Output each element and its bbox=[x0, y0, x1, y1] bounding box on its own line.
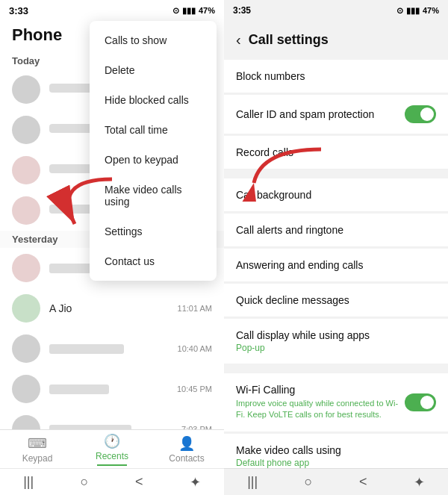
settings-item-quick-decline[interactable]: Quick decline messages bbox=[224, 284, 448, 317]
avatar bbox=[12, 156, 40, 184]
item-label: Call display while using apps bbox=[236, 329, 370, 341]
tab-recents-label: Recents bbox=[96, 451, 128, 461]
menu-item-total-call-time[interactable]: Total call time bbox=[90, 115, 217, 145]
tab-keypad-label: Keypad bbox=[22, 453, 53, 464]
blurred-name bbox=[49, 385, 109, 394]
right-wifi-icon: ⊙ bbox=[396, 6, 403, 16]
wifi-icon: ⊙ bbox=[172, 6, 179, 16]
settings-item-wifi-calling[interactable]: Wi-Fi Calling Improve voice quality whil… bbox=[224, 373, 448, 432]
menu-item-contact-us[interactable]: Contact us bbox=[90, 246, 217, 276]
right-status-bar: 3:35 ⊙ ▮▮▮ 47% bbox=[224, 0, 448, 21]
settings-item-call-display[interactable]: Call display while using apps Pop-up bbox=[224, 319, 448, 364]
avatar bbox=[12, 254, 40, 282]
right-header: ‹ Call settings bbox=[224, 21, 448, 58]
menu-item-hide-blocked[interactable]: Hide blocked calls bbox=[90, 85, 217, 115]
right-time: 3:35 bbox=[233, 5, 251, 16]
tab-recents[interactable]: 🕐 Recents bbox=[75, 433, 149, 466]
nav-menu-icon[interactable]: ||| bbox=[23, 474, 34, 490]
left-panel: 3:33 ⊙ ▮▮▮ 47% Phone Today 📞 (2 📞 bbox=[0, 0, 224, 495]
call-time: 10:40 AM bbox=[178, 344, 212, 353]
wifi-calling-toggle[interactable] bbox=[405, 393, 436, 411]
item-label: Block numbers bbox=[236, 70, 305, 82]
tab-contacts-label: Contacts bbox=[169, 453, 204, 464]
blurred-name bbox=[49, 344, 124, 354]
right-battery-icon: 47% bbox=[423, 6, 439, 16]
list-item[interactable]: 7:03 PM bbox=[0, 409, 224, 429]
avatar bbox=[12, 294, 40, 323]
right-signal-icon: ▮▮▮ bbox=[406, 6, 420, 16]
keypad-icon: ⌨ bbox=[28, 435, 47, 452]
battery-icon: 47% bbox=[199, 6, 215, 15]
nav-home-icon[interactable]: ○ bbox=[81, 474, 89, 490]
tab-keypad[interactable]: ⌨ Keypad bbox=[0, 435, 75, 464]
item-label-group: Call display while using apps Pop-up bbox=[236, 329, 370, 353]
right-panel: 3:35 ⊙ ▮▮▮ 47% ‹ Call settings Block num… bbox=[224, 0, 448, 495]
call-time: 11:01 AM bbox=[178, 304, 212, 313]
call-time: 10:45 PM bbox=[177, 385, 212, 393]
item-sublabel: Pop-up bbox=[236, 343, 370, 353]
menu-item-settings[interactable]: Settings bbox=[90, 217, 217, 246]
settings-item-video-calls[interactable]: Make video calls using Default phone app bbox=[224, 434, 448, 468]
tab-contacts[interactable]: 👤 Contacts bbox=[149, 435, 224, 464]
recents-icon: 🕐 bbox=[104, 433, 120, 449]
list-item[interactable]: 10:40 AM bbox=[0, 329, 224, 369]
item-label: Call alerts and ringtone bbox=[236, 224, 343, 236]
item-sublabel: Default phone app bbox=[236, 458, 341, 468]
menu-item-video-calls[interactable]: Make video calls using bbox=[90, 175, 217, 217]
caller-id-toggle[interactable] bbox=[405, 105, 436, 123]
bottom-tab-bar: ⌨ Keypad 🕐 Recents 👤 Contacts bbox=[0, 429, 224, 468]
call-name-bar bbox=[49, 164, 94, 173]
settings-item-call-background[interactable]: Call background bbox=[224, 178, 448, 212]
back-button[interactable]: ‹ bbox=[236, 31, 241, 49]
active-tab-underline bbox=[97, 464, 127, 466]
nav-assist-icon[interactable]: ✦ bbox=[190, 474, 201, 491]
signal-icon: ▮▮▮ bbox=[182, 6, 196, 16]
page-title: Call settings bbox=[249, 32, 329, 48]
right-nav-home-icon[interactable]: ○ bbox=[305, 474, 313, 490]
item-label-group: Make video calls using Default phone app bbox=[236, 444, 341, 468]
settings-item-answering[interactable]: Answering and ending calls bbox=[224, 249, 448, 282]
menu-item-calls-to-show[interactable]: Calls to show bbox=[90, 25, 217, 55]
item-label: Make video calls using bbox=[236, 444, 341, 456]
settings-item-call-alerts[interactable]: Call alerts and ringtone bbox=[224, 214, 448, 247]
avatar bbox=[12, 116, 40, 144]
left-time: 3:33 bbox=[9, 5, 28, 16]
avatar bbox=[12, 375, 40, 403]
call-name: A Jio bbox=[49, 302, 72, 314]
item-label: Call background bbox=[236, 189, 311, 201]
item-label: Wi-Fi Calling bbox=[236, 384, 399, 396]
item-label-group: Wi-Fi Calling Improve voice quality whil… bbox=[236, 384, 399, 421]
avatar bbox=[12, 415, 40, 429]
left-status-bar: 3:33 ⊙ ▮▮▮ 47% bbox=[0, 0, 224, 21]
avatar bbox=[12, 75, 40, 104]
list-item[interactable]: A Jio 11:01 AM bbox=[0, 288, 224, 329]
avatar bbox=[12, 334, 40, 363]
left-status-icons: ⊙ ▮▮▮ 47% bbox=[172, 6, 215, 16]
settings-item-block-numbers[interactable]: Block numbers bbox=[224, 60, 448, 93]
spacer bbox=[224, 171, 448, 178]
item-sublabel: Improve voice quality while connected to… bbox=[236, 398, 399, 421]
right-nav-menu-icon[interactable]: ||| bbox=[247, 474, 258, 490]
right-nav-assist-icon[interactable]: ✦ bbox=[414, 474, 425, 491]
spacer bbox=[224, 366, 448, 373]
nav-back-icon[interactable]: < bbox=[135, 474, 143, 490]
right-nav-back-icon[interactable]: < bbox=[359, 474, 367, 490]
avatar bbox=[12, 196, 40, 225]
left-nav-bar: ||| ○ < ✦ bbox=[0, 468, 224, 495]
menu-item-open-keypad[interactable]: Open to keypad bbox=[90, 145, 217, 175]
settings-item-record-calls[interactable]: Record calls bbox=[224, 136, 448, 169]
item-label: Quick decline messages bbox=[236, 294, 349, 306]
settings-item-caller-id[interactable]: Caller ID and spam protection bbox=[224, 95, 448, 134]
item-label: Answering and ending calls bbox=[236, 259, 363, 271]
item-label: Record calls bbox=[236, 146, 293, 158]
item-label: Caller ID and spam protection bbox=[236, 108, 374, 120]
contacts-icon: 👤 bbox=[178, 435, 195, 452]
list-item[interactable]: 10:45 PM bbox=[0, 369, 224, 409]
settings-list: Block numbers Caller ID and spam protect… bbox=[224, 58, 448, 468]
menu-item-delete[interactable]: Delete bbox=[90, 55, 217, 85]
dropdown-menu: Calls to show Delete Hide blocked calls … bbox=[90, 21, 217, 281]
right-nav-bar: ||| ○ < ✦ bbox=[224, 468, 448, 495]
right-status-icons: ⊙ ▮▮▮ 47% bbox=[396, 6, 439, 16]
